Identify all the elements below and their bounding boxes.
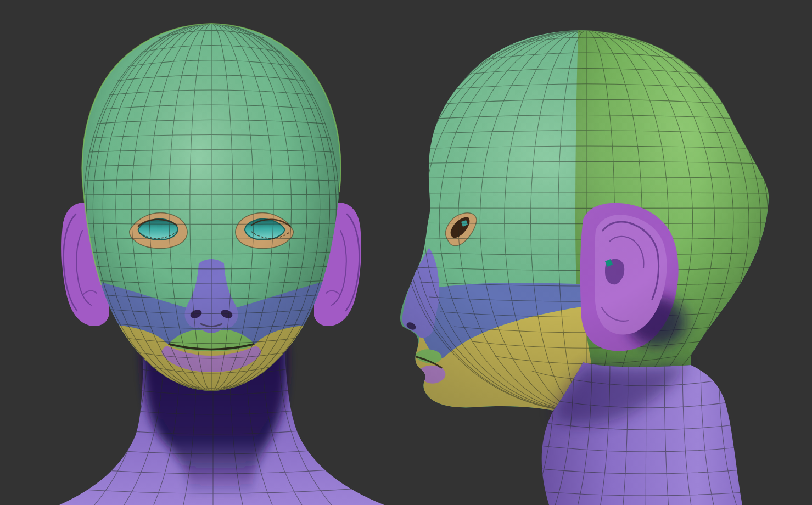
sculpt-viewport [0,0,812,505]
viewport-canvas[interactable] [0,0,812,505]
